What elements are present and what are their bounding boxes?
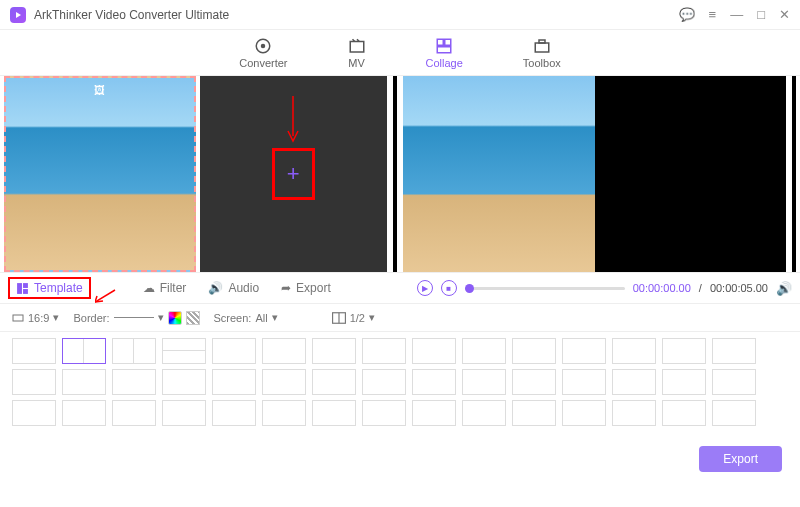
workspace: 🖼 + — [0, 76, 800, 272]
template-item[interactable] — [712, 400, 756, 426]
template-item[interactable] — [112, 400, 156, 426]
template-grid — [0, 332, 800, 440]
nav-converter-label: Converter — [239, 57, 287, 69]
template-item[interactable] — [212, 369, 256, 395]
template-item[interactable] — [312, 369, 356, 395]
template-item[interactable] — [262, 369, 306, 395]
add-media-button[interactable]: + — [272, 148, 315, 200]
chevron-down-icon[interactable]: ▾ — [158, 311, 164, 324]
template-item[interactable] — [12, 338, 56, 364]
nav-converter[interactable]: Converter — [239, 37, 287, 69]
template-item[interactable] — [662, 369, 706, 395]
collage-slot-2[interactable]: + — [200, 76, 388, 272]
template-item[interactable] — [312, 400, 356, 426]
aspect-dropdown[interactable]: 16:9 ▾ — [12, 311, 59, 324]
template-item[interactable] — [62, 338, 106, 364]
template-item[interactable] — [362, 338, 406, 364]
template-item[interactable] — [312, 338, 356, 364]
nav-mv[interactable]: MV — [348, 37, 366, 69]
template-item[interactable] — [112, 338, 156, 364]
border-style-dropdown[interactable] — [114, 317, 154, 318]
template-item[interactable] — [162, 338, 206, 364]
template-item[interactable] — [62, 369, 106, 395]
tab-export[interactable]: ➦ Export — [281, 281, 331, 295]
pane-divider[interactable] — [393, 76, 397, 272]
template-item[interactable] — [562, 369, 606, 395]
time-current: 00:00:00.00 — [633, 282, 691, 294]
footer: Export — [0, 440, 800, 478]
template-item[interactable] — [512, 369, 556, 395]
seek-slider[interactable] — [465, 287, 625, 290]
menu-icon[interactable]: ≡ — [709, 7, 717, 22]
editor-tabs: Template ☁ Filter 🔊 Audio ➦ Export ▶ ■ 0… — [0, 272, 800, 304]
template-item[interactable] — [62, 400, 106, 426]
close-icon[interactable]: ✕ — [779, 7, 790, 22]
screen-value: All — [255, 312, 267, 324]
template-item[interactable] — [512, 338, 556, 364]
template-item[interactable] — [162, 369, 206, 395]
titlebar: ArkThinker Video Converter Ultimate 💬 ≡ … — [0, 0, 800, 30]
edit-media-icon[interactable]: 🖼 — [94, 84, 105, 96]
template-item[interactable] — [262, 400, 306, 426]
collage-edit-area: 🖼 + — [4, 76, 387, 272]
maximize-icon[interactable]: □ — [757, 7, 765, 22]
split-icon — [332, 312, 346, 324]
template-row — [12, 338, 788, 364]
template-item[interactable] — [462, 338, 506, 364]
feedback-icon[interactable]: 💬 — [679, 7, 695, 22]
border-color-picker[interactable] — [168, 311, 182, 325]
play-button[interactable]: ▶ — [417, 280, 433, 296]
nav-mv-label: MV — [348, 57, 365, 69]
svg-line-12 — [95, 290, 115, 302]
template-item[interactable] — [412, 338, 456, 364]
template-item[interactable] — [612, 369, 656, 395]
template-item[interactable] — [212, 338, 256, 364]
minimize-icon[interactable]: — — [730, 7, 743, 22]
template-item[interactable] — [662, 400, 706, 426]
template-item[interactable] — [612, 338, 656, 364]
svg-rect-4 — [445, 39, 451, 45]
split-dropdown[interactable]: 1/2 ▾ — [332, 311, 375, 324]
svg-rect-6 — [535, 43, 549, 52]
time-total: 00:00:05.00 — [710, 282, 768, 294]
template-item[interactable] — [462, 369, 506, 395]
template-item[interactable] — [412, 369, 456, 395]
nav-toolbox[interactable]: Toolbox — [523, 37, 561, 69]
border-pattern-picker[interactable] — [186, 311, 200, 325]
template-item[interactable] — [162, 400, 206, 426]
template-item[interactable] — [462, 400, 506, 426]
aspect-value: 16:9 — [28, 312, 49, 324]
template-item[interactable] — [112, 369, 156, 395]
template-item[interactable] — [562, 400, 606, 426]
nav-collage[interactable]: Collage — [426, 37, 463, 69]
preview-slot-2 — [595, 76, 787, 272]
template-item[interactable] — [212, 400, 256, 426]
template-item[interactable] — [262, 338, 306, 364]
stop-button[interactable]: ■ — [441, 280, 457, 296]
template-item[interactable] — [412, 400, 456, 426]
pane-divider-right[interactable] — [792, 76, 796, 272]
volume-icon[interactable]: 🔊 — [776, 281, 792, 296]
template-item[interactable] — [362, 400, 406, 426]
template-item[interactable] — [712, 338, 756, 364]
template-item[interactable] — [712, 369, 756, 395]
template-item[interactable] — [662, 338, 706, 364]
screen-dropdown[interactable]: Screen: All ▾ — [214, 311, 278, 324]
tab-filter[interactable]: ☁ Filter — [143, 281, 187, 295]
template-item[interactable] — [12, 369, 56, 395]
tab-audio[interactable]: 🔊 Audio — [208, 281, 259, 295]
template-item[interactable] — [612, 400, 656, 426]
filter-icon: ☁ — [143, 281, 155, 295]
export-button[interactable]: Export — [699, 446, 782, 472]
template-item[interactable] — [12, 400, 56, 426]
screen-label: Screen: — [214, 312, 252, 324]
template-item[interactable] — [512, 400, 556, 426]
app-logo — [10, 7, 26, 23]
svg-point-1 — [261, 43, 266, 48]
collage-slot-1[interactable]: 🖼 — [4, 76, 196, 272]
template-item[interactable] — [362, 369, 406, 395]
export-icon: ➦ — [281, 281, 291, 295]
tab-template[interactable]: Template — [8, 277, 91, 299]
template-item[interactable] — [562, 338, 606, 364]
plus-icon: + — [287, 161, 300, 186]
